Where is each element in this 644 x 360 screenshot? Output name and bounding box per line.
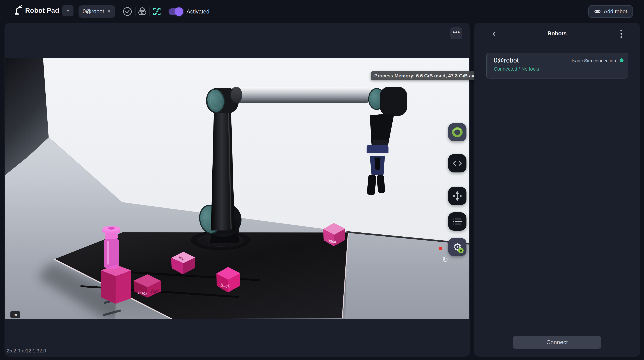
- refresh-icon[interactable]: ↻: [442, 256, 448, 264]
- kebab-menu-button[interactable]: [617, 29, 626, 38]
- app-title: Robot Pad: [25, 7, 59, 14]
- check-circle-icon-button[interactable]: [122, 6, 132, 16]
- app-brand: Robot Pad: [12, 5, 74, 16]
- add-robot-button[interactable]: Add robot: [588, 5, 633, 18]
- activated-toggle[interactable]: [168, 8, 182, 15]
- list-button[interactable]: [448, 212, 466, 231]
- toolbar-divider: [135, 7, 136, 16]
- knot-links-icon-button[interactable]: [137, 6, 147, 16]
- torus-icon: [452, 127, 463, 137]
- robot-name: 0@robot: [494, 56, 519, 64]
- selection-outline-horizontal: [4, 340, 482, 341]
- sidebar-header: Robots: [474, 23, 640, 44]
- settings-button[interactable]: ⚙: [448, 238, 466, 256]
- toggle-thumb: [175, 7, 183, 16]
- code-button[interactable]: [448, 154, 466, 172]
- robot-card[interactable]: 0@robot Connected / No tools Isaac Sim c…: [486, 53, 628, 78]
- top-bar: Robot Pad 0@robot ▼: [0, 0, 644, 23]
- move-arrows-icon: [452, 191, 462, 201]
- robot-pad-logo-icon: [12, 5, 22, 16]
- unit-badge: m: [10, 311, 20, 318]
- 3d-scene: Everyone can work with: [5, 58, 469, 319]
- chevron-down-icon: [65, 8, 70, 13]
- robot-connection-type: Isaac Sim connection: [572, 58, 616, 64]
- sidebar-title: Robots: [474, 30, 640, 37]
- code-icon: [452, 160, 462, 167]
- viewport-more-button[interactable]: •••: [450, 28, 462, 39]
- viewport-panel: Everyone can work with: [4, 23, 470, 356]
- robot-selector-value: 0@robot: [83, 8, 104, 15]
- link-icon: [594, 8, 601, 15]
- robot-status: Connected / No tools: [494, 66, 539, 72]
- robots-sidebar: Robots 0@robot Connected / No tools Isaa…: [474, 23, 640, 356]
- move-button[interactable]: [448, 187, 466, 205]
- simulation-torus-button[interactable]: [448, 123, 466, 142]
- gear-green-ring-badge: [458, 248, 464, 253]
- list-icon: [452, 218, 462, 226]
- toolbar-divider: [150, 7, 150, 16]
- svg-text:right: right: [150, 288, 160, 294]
- app-menu-chevron-button[interactable]: [62, 5, 74, 16]
- activated-label: Activated: [186, 8, 210, 15]
- robot-selector-dropdown[interactable]: 0@robot ▼: [78, 6, 115, 18]
- connect-button[interactable]: Connect: [513, 336, 601, 349]
- 3d-viewport[interactable]: Everyone can work with: [5, 58, 469, 319]
- status-dot: [620, 58, 624, 62]
- caret-down-icon: ▼: [107, 9, 111, 14]
- record-dot: [439, 247, 442, 250]
- version-label: 25.2.0-rc12 1.32.0: [7, 348, 46, 354]
- add-robot-label: Add robot: [604, 8, 627, 14]
- scan-robot-icon-button[interactable]: [152, 6, 162, 16]
